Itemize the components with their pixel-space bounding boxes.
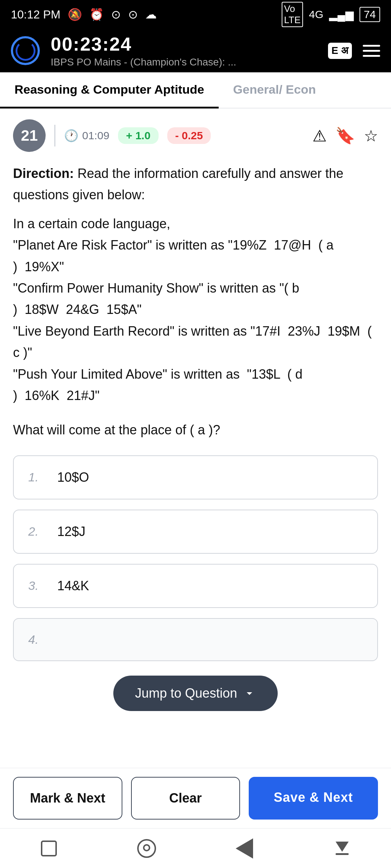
cloud-icon: ☁ [145,8,157,21]
question-action-icons: ⚠ 🔖 ☆ [312,126,378,145]
alarm-icon: ⏰ [89,8,104,21]
timer-circle [11,36,40,65]
divider [54,125,55,146]
question-header: 21 🕐 01:09 + 1.0 - 0.25 ⚠ 🔖 ☆ [13,119,378,152]
header-subtitle: IBPS PO Mains - (Champion's Chase): ... [51,56,317,68]
4g-icon: 4G [309,8,323,21]
tab-general[interactable]: General/ Econ [219,72,331,109]
nav-recent-btn[interactable] [329,836,355,861]
question-area: 21 🕐 01:09 + 1.0 - 0.25 ⚠ 🔖 ☆ Direction:… [0,109,391,711]
time-display: 10:12 PM [11,8,60,21]
question-text: Direction: Read the information carefull… [13,163,378,441]
question-prompt: What will come at the place of ( a )? [13,419,378,441]
circle-inner [143,844,150,851]
warning-icon[interactable]: ⚠ [312,127,327,145]
timer-circle-inner [16,41,35,61]
nav-back-btn[interactable] [232,836,257,861]
option-1[interactable]: 1. 10$O [13,455,378,499]
option-4-num: 4. [28,633,46,647]
question-body: In a certain code language, "Planet Are … [13,213,378,407]
android-nav-bar [0,828,391,868]
save-next-button[interactable]: Save & Next [249,777,378,820]
jump-to-question-btn[interactable]: Jump to Question [113,676,278,711]
negative-marks-badge: - 0.25 [167,127,211,144]
circle-icon [137,839,156,858]
time-spent: 01:09 [82,129,109,142]
jump-btn-wrapper: Jump to Question [13,676,378,711]
whatsapp2-icon: ⊙ [128,8,138,21]
signal-icon: ▂▄▆ [329,8,353,21]
option-2-num: 2. [28,524,46,539]
direction-prefix: Direction: [13,166,74,181]
status-bar-left: 10:12 PM 🔕 ⏰ ⊙ ⊙ ☁ [11,8,157,21]
clear-button[interactable]: Clear [131,777,240,820]
positive-marks-badge: + 1.0 [118,127,159,144]
tab-reasoning[interactable]: Reasoning & Computer Aptitude [0,72,219,109]
tabs-bar: Reasoning & Computer Aptitude General/ E… [0,72,391,109]
bookmark-icon[interactable]: 🔖 [335,126,355,145]
question-number: 21 [13,119,46,152]
status-bar-right: VoLTE 4G ▂▄▆ 74 [282,2,380,27]
clock-icon: 🕐 [64,129,79,142]
options-list: 1. 10$O 2. 12$J 3. 14&K 4. [13,455,378,661]
nav-home-btn[interactable] [134,836,159,861]
chevron-down-icon [243,687,256,700]
square-icon [41,841,57,856]
bell-mute-icon: 🔕 [68,8,82,21]
volte-icon: VoLTE [282,2,303,27]
option-3-num: 3. [28,579,46,593]
star-icon[interactable]: ☆ [364,127,378,145]
hamburger-menu[interactable] [363,45,380,57]
option-1-num: 1. [28,470,46,484]
header-info: 00:23:24 IBPS PO Mains - (Champion's Cha… [51,33,317,68]
battery-icon: 74 [360,7,380,22]
whatsapp1-icon: ⊙ [111,8,121,21]
status-bar: 10:12 PM 🔕 ⏰ ⊙ ⊙ ☁ VoLTE 4G ▂▄▆ 74 [0,0,391,29]
option-3[interactable]: 3. 14&K [13,564,378,608]
question-timer: 🕐 01:09 [64,129,109,142]
jump-btn-label: Jump to Question [135,686,237,701]
header-icons: E अ [328,43,380,59]
mark-next-button[interactable]: Mark & Next [13,777,122,820]
option-4[interactable]: 4. [13,618,378,661]
download-icon [336,842,349,855]
e-badge[interactable]: E अ [328,43,352,59]
option-2-text: 12$J [57,524,85,539]
header: 00:23:24 IBPS PO Mains - (Champion's Cha… [0,29,391,72]
triangle-icon [236,838,253,859]
option-1-text: 10$O [57,470,89,485]
option-3-text: 14&K [57,578,89,593]
bottom-actions: Mark & Next Clear Save & Next [0,768,391,828]
nav-square-btn[interactable] [36,836,62,861]
option-2[interactable]: 2. 12$J [13,510,378,554]
header-timer: 00:23:24 [51,33,317,55]
